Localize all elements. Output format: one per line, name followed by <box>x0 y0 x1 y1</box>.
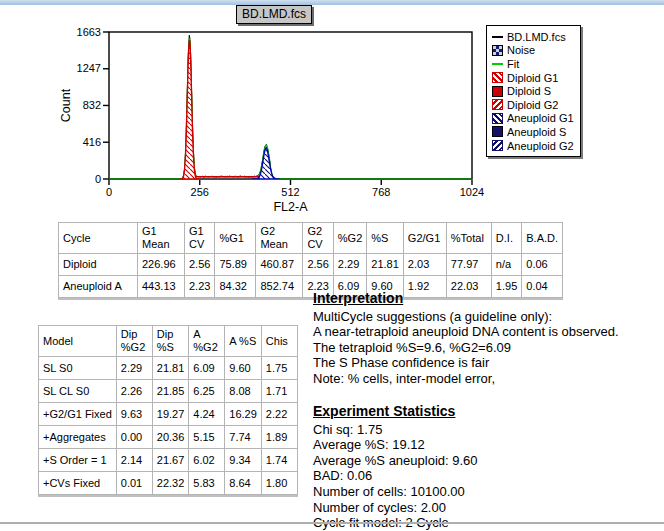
experiment-statistics-heading: Experiment Statistics <box>313 404 664 420</box>
y-tick-label: 1247 <box>77 62 101 74</box>
table-cell: +Aggregates <box>39 426 117 449</box>
legend-label: Noise <box>507 44 535 56</box>
table-cell: 2.14 <box>116 449 152 472</box>
table-cell: 0.01 <box>116 472 152 495</box>
line-green-swatch-icon <box>492 63 503 65</box>
table-cell: 2.29 <box>116 357 152 380</box>
x-tick-label: 512 <box>281 186 299 198</box>
table-cell: 1.74 <box>261 449 297 472</box>
column-header: G1 CV <box>185 223 215 254</box>
text-line: BAD: 0.06 <box>313 468 664 484</box>
table-cell: 5.15 <box>189 426 225 449</box>
text-line: Note: % cells, inter-model error, <box>313 371 664 387</box>
text-line: A near-tetraploid aneuploid DNA content … <box>313 324 664 340</box>
x-tick-label: 1024 <box>460 186 484 198</box>
window-bottom-edge <box>0 522 664 524</box>
table-cell: +CVs Fixed <box>39 472 117 495</box>
text-line: Chi sq: 1.75 <box>313 422 664 438</box>
diploid-g1-peak <box>180 40 199 179</box>
table-cell: +G2/G1 Fixed <box>39 403 117 426</box>
interpretation-lines: MultiCycle suggestions (a guideline only… <box>313 309 664 387</box>
legend-label: Diploid G1 <box>507 72 558 84</box>
table-row: Diploid226.962.5675.89460.872.562.2921.8… <box>59 254 563 276</box>
x-axis-label: FL2-A <box>273 200 308 214</box>
table-cell: 9.60 <box>225 357 262 380</box>
x-tick-label: 768 <box>372 186 390 198</box>
column-header: G1 Mean <box>138 223 185 254</box>
raw-data-curve <box>109 35 472 179</box>
y-axis-label: Count <box>59 88 73 122</box>
table-cell: 84.32 <box>215 276 256 298</box>
hatch-bs-blue-swatch-icon <box>492 113 503 124</box>
table-cell: 226.96 <box>138 254 185 276</box>
column-header: G2/G1 <box>403 223 446 254</box>
text-line: Average %S aneuploid: 9.60 <box>313 453 664 469</box>
window-top-edge <box>0 0 664 5</box>
column-header: A %S <box>225 326 262 357</box>
table-cell: 7.74 <box>225 426 262 449</box>
y-tick-label: 1663 <box>77 26 101 38</box>
legend-item: Noise <box>492 44 574 58</box>
column-header: A %G2 <box>189 326 225 357</box>
table-cell: 2.56 <box>185 254 215 276</box>
table-cell: 1.89 <box>261 426 297 449</box>
legend-label: Aneuploid G1 <box>507 112 574 124</box>
table-cell: 1.80 <box>261 472 297 495</box>
chart-legend[interactable]: BD.LMD.fcsNoiseFitDiploid G1Diploid SDip… <box>486 25 581 157</box>
column-header: %G2 <box>333 223 366 254</box>
legend-item: Aneuploid S <box>492 125 574 139</box>
table-cell: 4.24 <box>189 403 225 426</box>
cycle-statistics-table: CycleG1 MeanG1 CV%G1G2 MeanG2 CV%G2%SG2/… <box>58 222 563 298</box>
legend-item: Diploid S <box>492 84 574 98</box>
hatch-fs-blue-swatch-icon <box>492 140 503 151</box>
text-line: Number of cycles: 2.00 <box>313 500 664 516</box>
interpretation-section: Interpretation MultiCycle suggestions (a… <box>313 291 664 387</box>
table-cell: 19.27 <box>152 403 189 426</box>
legend-label: Diploid S <box>507 85 551 97</box>
table-cell: 9.34 <box>225 449 262 472</box>
column-header: %G1 <box>215 223 256 254</box>
table-cell: 21.85 <box>152 380 189 403</box>
table-cell: 6.25 <box>189 380 225 403</box>
column-header: D.I. <box>491 223 521 254</box>
y-tick-label: 416 <box>83 136 101 148</box>
table-cell: 77.97 <box>446 254 491 276</box>
interpretation-heading: Interpretation <box>313 291 664 307</box>
legend-item: Aneuploid G1 <box>492 112 574 126</box>
table-cell: 6.02 <box>189 449 225 472</box>
table-cell: 16.29 <box>225 403 262 426</box>
table-cell: 22.32 <box>152 472 189 495</box>
table-cell: 20.36 <box>152 426 189 449</box>
hatch-fs-red-swatch-icon <box>492 99 503 110</box>
x-tick-label: 256 <box>191 186 209 198</box>
legend-label: BD.LMD.fcs <box>507 31 566 43</box>
legend-label: Fit <box>507 58 519 70</box>
text-line: The tetraploid %S=9.6, %G2=6.09 <box>313 340 664 356</box>
table-row: +G2/G1 Fixed9.6319.274.2416.292.22 <box>39 403 298 426</box>
y-tick-label: 832 <box>83 99 101 111</box>
solid-blue-swatch-icon <box>492 126 503 137</box>
line-black-swatch-icon <box>492 36 503 38</box>
legend-item: Diploid G1 <box>492 71 574 85</box>
hatch-bs-red-swatch-icon <box>492 72 503 83</box>
column-header: Dip %S <box>152 326 189 357</box>
table-cell: SL S0 <box>39 357 117 380</box>
table-cell: +S Order = 1 <box>39 449 117 472</box>
y-tick-label: 0 <box>95 173 101 185</box>
legend-label: Aneuploid S <box>507 126 566 138</box>
table-cell: Aneuploid A <box>59 276 138 298</box>
aneuploid-g1-peak <box>253 148 280 179</box>
column-header: G2 Mean <box>256 223 303 254</box>
column-header: Cycle <box>59 223 138 254</box>
table-row: +S Order = 12.1421.676.029.341.74 <box>39 449 298 472</box>
table-cell: 0.06 <box>522 254 563 276</box>
table-cell: SL CL S0 <box>39 380 117 403</box>
checker-swatch-icon <box>492 45 503 56</box>
x-tick-label: 0 <box>106 186 112 198</box>
model-comparison-table: ModelDip %G2Dip %SA %G2A %SChisSL S02.29… <box>38 325 298 495</box>
fit-curve <box>109 39 472 179</box>
text-line: Number of cells: 10100.00 <box>313 484 664 500</box>
table-cell: 2.22 <box>261 403 297 426</box>
legend-item: BD.LMD.fcs <box>492 30 574 44</box>
legend-label: Diploid G2 <box>507 99 558 111</box>
